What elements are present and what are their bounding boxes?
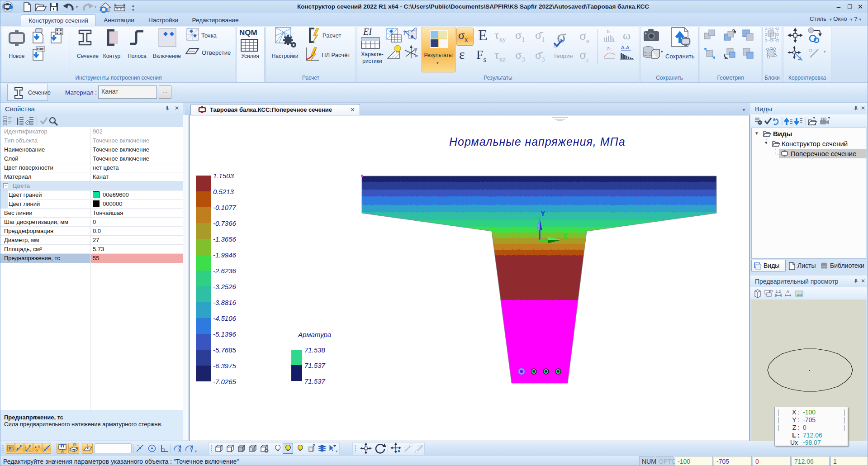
svg-text:A: A [787,290,789,294]
svg-text:1.2: 1.2 [776,290,781,294]
svg-text:DXF: DXF [37,47,44,51]
svg-text:A-A: A-A [621,45,630,50]
svg-text:Zı: Zı [607,46,611,51]
svg-text:EI: EI [363,27,372,37]
svg-text:ω: ω [623,29,631,42]
svg-text:Y: Y [415,27,417,31]
svg-text:X: X [563,233,568,240]
svg-text:Y: Y [541,210,545,218]
svg-text:Yı: Yı [607,29,611,34]
svg-text:XY: XY [769,290,773,293]
svg-text:X: X [178,448,181,453]
svg-text:z: z [403,29,405,33]
svg-text:Y: Y [190,448,193,453]
